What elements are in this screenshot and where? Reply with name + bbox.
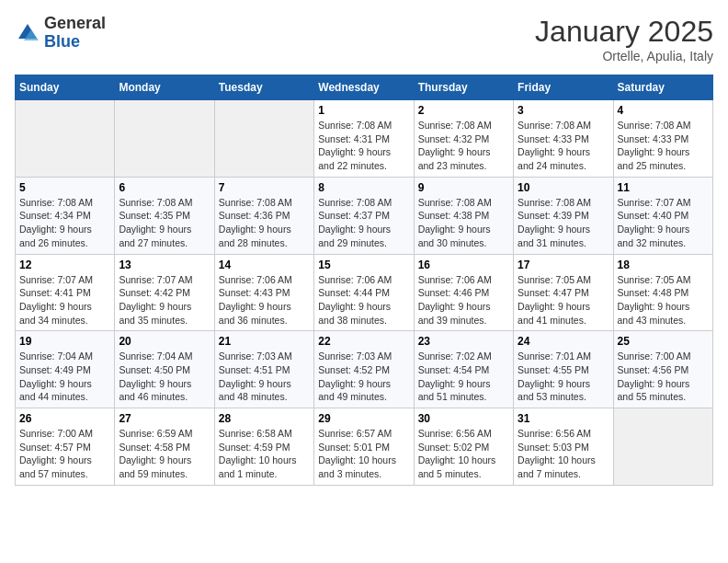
day-number: 2 xyxy=(418,104,509,117)
day-info: Sunrise: 7:08 AM Sunset: 4:37 PM Dayligh… xyxy=(318,196,409,250)
calendar-week-row: 26Sunrise: 7:00 AM Sunset: 4:57 PM Dayli… xyxy=(16,408,713,486)
calendar-cell: 9Sunrise: 7:08 AM Sunset: 4:38 PM Daylig… xyxy=(414,177,513,254)
logo-blue: Blue xyxy=(44,32,80,51)
calendar-cell: 27Sunrise: 6:59 AM Sunset: 4:58 PM Dayli… xyxy=(115,408,214,486)
day-number: 25 xyxy=(618,335,709,348)
day-info: Sunrise: 6:58 AM Sunset: 4:59 PM Dayligh… xyxy=(219,427,310,481)
day-info: Sunrise: 7:05 AM Sunset: 4:47 PM Dayligh… xyxy=(518,273,609,327)
calendar-cell xyxy=(214,100,313,178)
calendar-cell: 1Sunrise: 7:08 AM Sunset: 4:31 PM Daylig… xyxy=(314,100,414,178)
calendar-cell: 19Sunrise: 7:04 AM Sunset: 4:49 PM Dayli… xyxy=(16,331,115,408)
calendar-cell: 13Sunrise: 7:07 AM Sunset: 4:42 PM Dayli… xyxy=(115,254,214,331)
day-number: 14 xyxy=(219,259,310,271)
day-info: Sunrise: 7:07 AM Sunset: 4:41 PM Dayligh… xyxy=(19,273,110,327)
day-number: 22 xyxy=(318,335,409,348)
calendar-week-row: 12Sunrise: 7:07 AM Sunset: 4:41 PM Dayli… xyxy=(16,254,713,331)
calendar-cell: 18Sunrise: 7:05 AM Sunset: 4:48 PM Dayli… xyxy=(613,254,712,331)
page-header: General Blue January 2025 Ortelle, Apuli… xyxy=(15,15,713,63)
day-number: 9 xyxy=(418,181,509,194)
day-number: 12 xyxy=(19,259,110,271)
day-number: 27 xyxy=(119,412,210,425)
day-info: Sunrise: 7:04 AM Sunset: 4:49 PM Dayligh… xyxy=(19,350,110,404)
calendar-cell: 28Sunrise: 6:58 AM Sunset: 4:59 PM Dayli… xyxy=(214,408,313,486)
calendar-week-row: 5Sunrise: 7:08 AM Sunset: 4:34 PM Daylig… xyxy=(16,177,713,254)
day-number: 20 xyxy=(119,335,210,348)
weekday-header: Wednesday xyxy=(314,75,414,100)
day-number: 26 xyxy=(19,412,110,425)
day-number: 31 xyxy=(518,412,609,425)
calendar-cell: 17Sunrise: 7:05 AM Sunset: 4:47 PM Dayli… xyxy=(514,254,613,331)
day-info: Sunrise: 7:07 AM Sunset: 4:40 PM Dayligh… xyxy=(618,196,709,250)
weekday-header: Friday xyxy=(514,75,613,100)
day-info: Sunrise: 7:00 AM Sunset: 4:57 PM Dayligh… xyxy=(19,427,110,481)
day-info: Sunrise: 6:59 AM Sunset: 4:58 PM Dayligh… xyxy=(119,427,210,481)
calendar-cell: 3Sunrise: 7:08 AM Sunset: 4:33 PM Daylig… xyxy=(514,100,613,178)
day-info: Sunrise: 7:08 AM Sunset: 4:31 PM Dayligh… xyxy=(318,119,409,173)
day-info: Sunrise: 6:56 AM Sunset: 5:03 PM Dayligh… xyxy=(518,427,609,481)
day-number: 17 xyxy=(518,259,609,271)
day-info: Sunrise: 7:03 AM Sunset: 4:52 PM Dayligh… xyxy=(318,350,409,404)
day-number: 5 xyxy=(19,181,110,194)
calendar-cell: 5Sunrise: 7:08 AM Sunset: 4:34 PM Daylig… xyxy=(16,177,115,254)
calendar-week-row: 19Sunrise: 7:04 AM Sunset: 4:49 PM Dayli… xyxy=(16,331,713,408)
calendar-cell: 30Sunrise: 6:56 AM Sunset: 5:02 PM Dayli… xyxy=(414,408,513,486)
day-info: Sunrise: 7:06 AM Sunset: 4:46 PM Dayligh… xyxy=(418,273,509,327)
day-number: 4 xyxy=(618,104,709,117)
calendar-cell: 31Sunrise: 6:56 AM Sunset: 5:03 PM Dayli… xyxy=(514,408,613,486)
day-info: Sunrise: 7:08 AM Sunset: 4:35 PM Dayligh… xyxy=(119,196,210,250)
calendar-cell: 7Sunrise: 7:08 AM Sunset: 4:36 PM Daylig… xyxy=(214,177,313,254)
calendar-cell: 2Sunrise: 7:08 AM Sunset: 4:32 PM Daylig… xyxy=(414,100,513,178)
day-info: Sunrise: 7:04 AM Sunset: 4:50 PM Dayligh… xyxy=(119,350,210,404)
day-info: Sunrise: 7:06 AM Sunset: 4:43 PM Dayligh… xyxy=(219,273,310,327)
day-number: 23 xyxy=(418,335,509,348)
weekday-header: Tuesday xyxy=(214,75,313,100)
day-info: Sunrise: 7:08 AM Sunset: 4:36 PM Dayligh… xyxy=(219,196,310,250)
day-info: Sunrise: 7:01 AM Sunset: 4:55 PM Dayligh… xyxy=(518,350,609,404)
day-number: 28 xyxy=(219,412,310,425)
day-number: 16 xyxy=(418,259,509,271)
calendar-cell: 8Sunrise: 7:08 AM Sunset: 4:37 PM Daylig… xyxy=(314,177,414,254)
calendar-cell: 11Sunrise: 7:07 AM Sunset: 4:40 PM Dayli… xyxy=(613,177,712,254)
weekday-header: Saturday xyxy=(613,75,712,100)
calendar-cell: 15Sunrise: 7:06 AM Sunset: 4:44 PM Dayli… xyxy=(314,254,414,331)
day-info: Sunrise: 7:00 AM Sunset: 4:56 PM Dayligh… xyxy=(618,350,709,404)
calendar-cell: 26Sunrise: 7:00 AM Sunset: 4:57 PM Dayli… xyxy=(16,408,115,486)
day-info: Sunrise: 6:57 AM Sunset: 5:01 PM Dayligh… xyxy=(318,427,409,481)
day-info: Sunrise: 7:03 AM Sunset: 4:51 PM Dayligh… xyxy=(219,350,310,404)
day-number: 24 xyxy=(518,335,609,348)
day-number: 18 xyxy=(618,259,709,271)
day-number: 21 xyxy=(219,335,310,348)
logo-general: General xyxy=(44,14,106,32)
day-info: Sunrise: 7:08 AM Sunset: 4:34 PM Dayligh… xyxy=(19,196,110,250)
calendar-subtitle: Ortelle, Apulia, Italy xyxy=(535,49,713,63)
calendar-cell: 6Sunrise: 7:08 AM Sunset: 4:35 PM Daylig… xyxy=(115,177,214,254)
day-number: 7 xyxy=(219,181,310,194)
title-block: January 2025 Ortelle, Apulia, Italy xyxy=(535,15,713,63)
day-number: 1 xyxy=(318,104,409,117)
calendar-week-row: 1Sunrise: 7:08 AM Sunset: 4:31 PM Daylig… xyxy=(16,100,713,178)
day-number: 3 xyxy=(518,104,609,117)
day-info: Sunrise: 7:07 AM Sunset: 4:42 PM Dayligh… xyxy=(119,273,210,327)
day-info: Sunrise: 7:06 AM Sunset: 4:44 PM Dayligh… xyxy=(318,273,409,327)
logo-text: General Blue xyxy=(44,15,106,52)
calendar-cell: 23Sunrise: 7:02 AM Sunset: 4:54 PM Dayli… xyxy=(414,331,513,408)
day-number: 13 xyxy=(119,259,210,271)
day-number: 15 xyxy=(318,259,409,271)
calendar-cell: 14Sunrise: 7:06 AM Sunset: 4:43 PM Dayli… xyxy=(214,254,313,331)
calendar-cell: 4Sunrise: 7:08 AM Sunset: 4:33 PM Daylig… xyxy=(613,100,712,178)
weekday-header: Sunday xyxy=(16,75,115,100)
day-info: Sunrise: 7:08 AM Sunset: 4:33 PM Dayligh… xyxy=(518,119,609,173)
calendar-cell: 22Sunrise: 7:03 AM Sunset: 4:52 PM Dayli… xyxy=(314,331,414,408)
day-number: 11 xyxy=(618,181,709,194)
calendar-cell xyxy=(613,408,712,486)
calendar-title: January 2025 xyxy=(535,15,713,49)
day-info: Sunrise: 7:08 AM Sunset: 4:39 PM Dayligh… xyxy=(518,196,609,250)
weekday-header-row: SundayMondayTuesdayWednesdayThursdayFrid… xyxy=(16,75,713,100)
weekday-header: Monday xyxy=(115,75,214,100)
day-info: Sunrise: 7:08 AM Sunset: 4:38 PM Dayligh… xyxy=(418,196,509,250)
logo: General Blue xyxy=(15,15,106,52)
calendar-cell xyxy=(115,100,214,178)
calendar-cell xyxy=(16,100,115,178)
calendar-cell: 21Sunrise: 7:03 AM Sunset: 4:51 PM Dayli… xyxy=(214,331,313,408)
day-number: 6 xyxy=(119,181,210,194)
